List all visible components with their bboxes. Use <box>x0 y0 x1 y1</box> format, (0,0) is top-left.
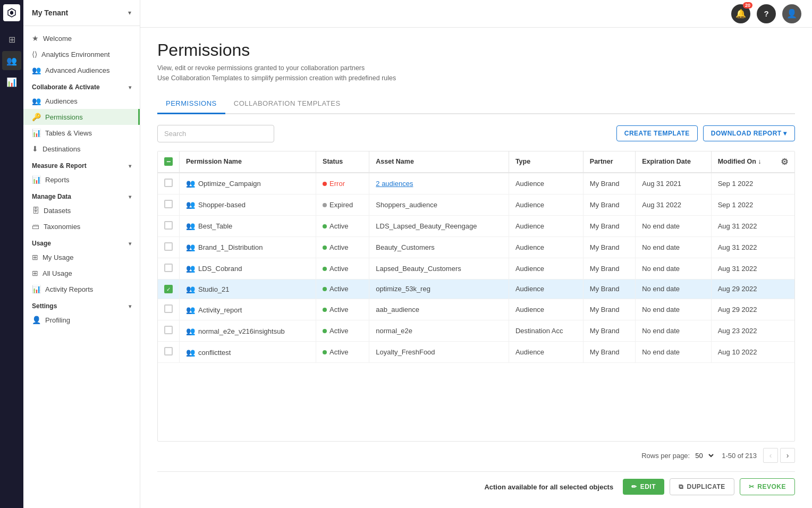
revoke-button[interactable]: ✂ REVOKE <box>740 478 795 495</box>
row-checkbox[interactable] <box>164 221 173 230</box>
tab-collaboration-templates[interactable]: COLLABORATION TEMPLATES <box>225 94 349 114</box>
cell-partner: My Brand <box>583 279 635 299</box>
status-text: Error <box>329 180 345 188</box>
cell-partner: My Brand <box>583 215 635 236</box>
sidebar-item-analytics-environment[interactable]: ⟨⟩ Analytics Environment <box>23 46 140 62</box>
rail-icon-people[interactable]: 👥 <box>2 51 21 70</box>
status-text: Active <box>329 285 348 293</box>
row-checkbox[interactable] <box>164 347 173 355</box>
sidebar-item-destinations[interactable]: ⬇ Destinations <box>23 141 140 157</box>
app-logo[interactable] <box>3 4 20 21</box>
help-button[interactable]: ? <box>757 4 776 23</box>
cell-asset-name: Loyalty_FreshFood <box>369 342 509 363</box>
cell-status: Active <box>316 320 369 342</box>
sidebar-item-profiling[interactable]: 👤 Profiling <box>23 312 140 328</box>
permissions-table-container: − Permission Name Status Asset Name Type <box>157 151 795 442</box>
cell-partner: My Brand <box>583 194 635 215</box>
tenant-header[interactable]: My Tenant ▾ <box>23 0 140 26</box>
cell-type: Audience <box>509 215 583 236</box>
rail-icon-chart[interactable]: 📊 <box>2 72 21 91</box>
sidebar-item-my-usage[interactable]: ⊞ My Usage <box>23 249 140 265</box>
sidebar-item-datasets[interactable]: 🗄 Datasets <box>23 202 140 218</box>
sidebar-item-advanced-audiences[interactable]: 👥 Advanced Audiences <box>23 62 140 78</box>
row-checkbox[interactable] <box>164 304 173 313</box>
row-checkbox[interactable] <box>164 242 173 251</box>
search-input[interactable] <box>157 125 274 142</box>
sidebar-label-profiling: Profiling <box>45 316 70 324</box>
next-page-button[interactable]: › <box>780 448 795 463</box>
status-dot-icon <box>323 203 327 207</box>
permission-type-icon: 👥 <box>186 200 195 209</box>
prev-page-button[interactable]: ‹ <box>763 448 778 463</box>
sidebar-item-audiences[interactable]: 👥 Audiences <box>23 93 140 109</box>
sidebar-item-reports[interactable]: 📊 Reports <box>23 172 140 188</box>
sidebar-item-taxonomies[interactable]: 🗃 Taxonomies <box>23 218 140 234</box>
sidebar-label-permissions: Permissions <box>45 113 83 121</box>
sidebar-item-welcome[interactable]: ★ Welcome <box>23 30 140 46</box>
audiences-icon: 👥 <box>32 97 41 105</box>
section-label-measure: Measure & Report <box>32 162 87 170</box>
chevron-collaborate-icon: ▾ <box>129 84 131 90</box>
row-checkbox[interactable] <box>164 179 173 187</box>
download-report-button[interactable]: DOWNLOAD REPORT ▾ <box>703 125 795 141</box>
cell-permission-name: 👥normal_e2e_v216insightsub <box>180 320 316 342</box>
status-dot-icon <box>323 308 327 312</box>
status-dot-icon <box>323 245 327 250</box>
rows-per-page-select[interactable]: 50 25 100 <box>693 451 715 460</box>
table-row: 👥Optimize_CampaignError2 audiencesAudien… <box>158 173 794 194</box>
section-collaborate-activate[interactable]: Collaborate & Activate ▾ <box>23 78 140 93</box>
notification-badge: 20 <box>743 2 752 9</box>
table-row: ✓👥Studio_21Activeoptimize_53k_regAudienc… <box>158 279 794 299</box>
section-measure-report[interactable]: Measure & Report ▾ <box>23 157 140 172</box>
cell-permission-name: 👥conflicttest <box>180 342 316 363</box>
permission-type-icon: 👥 <box>186 264 195 273</box>
chevron-manage-icon: ▾ <box>129 194 131 200</box>
section-usage[interactable]: Usage ▾ <box>23 234 140 249</box>
cell-status: Expired <box>316 194 369 215</box>
sidebar-item-activity-reports[interactable]: 📊 Activity Reports <box>23 281 140 297</box>
page-subtitle: View, edit or revoke permissions granted… <box>157 63 795 83</box>
row-checkbox[interactable]: ✓ <box>164 285 173 293</box>
cell-asset-name[interactable]: 2 audiences <box>369 173 509 194</box>
all-usage-icon: ⊞ <box>32 269 38 277</box>
chevron-settings-icon: ▾ <box>129 303 131 309</box>
main-content: 🔔 20 ? 👤 Permissions View, edit or revok… <box>140 0 812 508</box>
user-menu-button[interactable]: 👤 <box>782 4 801 23</box>
status-text: Active <box>329 306 348 314</box>
table-row: 👥normal_e2e_v216insightsubActivenormal_e… <box>158 320 794 342</box>
rail-icon-grid[interactable]: ⊞ <box>2 30 21 49</box>
status-dot-icon <box>323 182 327 186</box>
sidebar-label-welcome: Welcome <box>43 35 72 43</box>
cell-type: Audience <box>509 342 583 363</box>
section-manage-data[interactable]: Manage Data ▾ <box>23 188 140 202</box>
row-checkbox[interactable] <box>164 200 173 208</box>
cell-permission-name: 👥LDS_Cobrand <box>180 258 316 279</box>
sidebar-item-all-usage[interactable]: ⊞ All Usage <box>23 265 140 281</box>
duplicate-button[interactable]: ⧉ DUPLICATE <box>670 478 734 495</box>
sidebar-item-permissions[interactable]: 🔑 Permissions <box>23 109 140 125</box>
audiences-plus-icon: 👥 <box>32 66 41 74</box>
tab-permissions[interactable]: PERMISSIONS <box>157 94 225 114</box>
key-icon: 🔑 <box>32 113 41 121</box>
column-settings-icon[interactable]: ⚙ <box>781 157 788 167</box>
notification-button[interactable]: 🔔 20 <box>731 4 750 23</box>
cell-asset-name: LDS_Lapsed_Beauty_Reengage <box>369 215 509 236</box>
create-template-button[interactable]: CREATE TEMPLATE <box>616 125 698 141</box>
chevron-measure-icon: ▾ <box>129 163 131 169</box>
section-label-manage-data: Manage Data <box>32 193 71 200</box>
asset-name-link[interactable]: 2 audiences <box>376 180 413 188</box>
rows-per-page: Rows per page: 50 25 100 <box>641 451 715 460</box>
row-checkbox[interactable] <box>164 264 173 272</box>
status-dot-icon <box>323 287 327 291</box>
my-usage-icon: ⊞ <box>32 253 38 261</box>
edit-button[interactable]: ✏ EDIT <box>623 479 664 495</box>
section-settings[interactable]: Settings ▾ <box>23 297 140 312</box>
select-all-checkbox[interactable]: − <box>164 157 173 166</box>
cell-asset-name: Shoppers_audience <box>369 194 509 215</box>
sidebar-item-tables-views[interactable]: 📊 Tables & Views <box>23 125 140 141</box>
column-status: Status <box>316 151 369 173</box>
cell-permission-name: 👥Optimize_Campaign <box>180 173 316 194</box>
bell-icon: 🔔 <box>735 9 746 19</box>
cell-asset-name: Lapsed_Beauty_Customers <box>369 258 509 279</box>
row-checkbox[interactable] <box>164 326 173 334</box>
